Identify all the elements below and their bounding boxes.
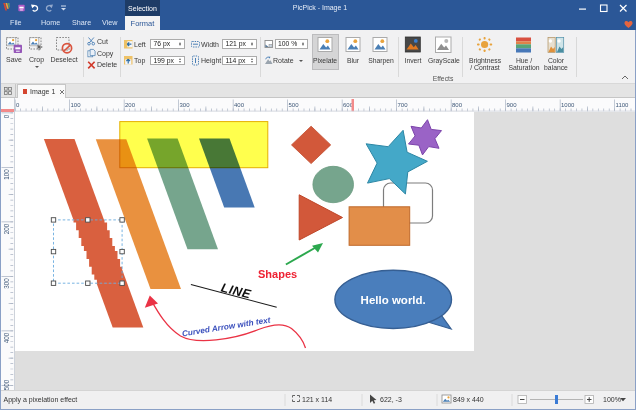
svg-text:700: 700 (398, 102, 409, 108)
svg-text:400: 400 (234, 102, 245, 108)
svg-text:LINE: LINE (219, 280, 252, 301)
svg-text:Hello world.: Hello world. (360, 293, 425, 305)
svg-text:Curved Arrow with text: Curved Arrow with text (181, 315, 271, 338)
svg-text:0: 0 (16, 102, 20, 108)
svg-text:900: 900 (507, 102, 518, 108)
svg-text:500: 500 (3, 379, 10, 390)
svg-text:Shapes: Shapes (258, 268, 297, 280)
svg-text:1000: 1000 (561, 102, 575, 108)
svg-text:800: 800 (452, 102, 463, 108)
svg-text:100: 100 (3, 168, 10, 179)
svg-text:1100: 1100 (616, 102, 630, 108)
svg-text:200: 200 (125, 102, 136, 108)
svg-text:0: 0 (3, 114, 10, 118)
svg-text:100: 100 (71, 102, 82, 108)
svg-text:400: 400 (3, 332, 10, 343)
svg-text:300: 300 (3, 277, 10, 288)
svg-text:300: 300 (180, 102, 191, 108)
svg-text:500: 500 (289, 102, 300, 108)
svg-text:200: 200 (3, 223, 10, 234)
